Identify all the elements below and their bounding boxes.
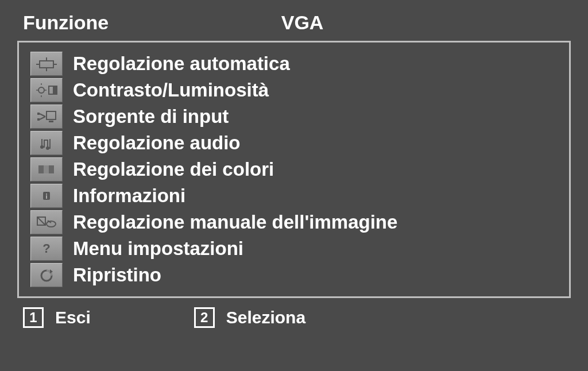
menu-item-label: Informazioni bbox=[73, 185, 185, 207]
footer-select-label: Seleziona bbox=[226, 308, 305, 327]
svg-point-18 bbox=[40, 145, 44, 149]
svg-rect-25 bbox=[46, 195, 47, 199]
svg-line-14 bbox=[40, 114, 45, 117]
footer-exit[interactable]: 1 Esci bbox=[23, 307, 91, 328]
menu-item-input-source[interactable]: Sorgente di input bbox=[30, 105, 558, 129]
setup-menu-icon: ? bbox=[30, 237, 63, 261]
menu-item-label: Contrasto/Luminosità bbox=[73, 79, 269, 101]
menu-item-label: Ripristino bbox=[73, 264, 161, 286]
osd-footer: 1 Esci 2 Seleziona bbox=[0, 298, 588, 328]
key-2-icon: 2 bbox=[194, 307, 215, 328]
menu-item-label: Menu impostazioni bbox=[73, 238, 243, 260]
audio-adjust-icon bbox=[30, 131, 63, 155]
footer-select[interactable]: 2 Seleziona bbox=[194, 307, 305, 328]
input-mode: VGA bbox=[109, 11, 565, 34]
color-adjust-icon bbox=[30, 157, 63, 181]
svg-rect-21 bbox=[44, 165, 49, 173]
osd-menu: Funzione VGA Regolazione automatica bbox=[0, 0, 588, 371]
menu-item-label: Sorgente di input bbox=[73, 106, 229, 127]
memory-recall-icon bbox=[30, 263, 63, 287]
menu-item-setup-menu[interactable]: ? Menu impostazioni bbox=[30, 237, 558, 261]
svg-rect-20 bbox=[38, 165, 44, 173]
svg-text:?: ? bbox=[42, 241, 50, 256]
svg-rect-16 bbox=[47, 111, 56, 119]
menu-item-color-adjust[interactable]: Regolazione dei colori bbox=[30, 157, 558, 181]
menu-item-auto-adjust[interactable]: Regolazione automatica bbox=[30, 52, 558, 76]
svg-point-19 bbox=[46, 146, 49, 150]
menu-item-information[interactable]: Informazioni bbox=[30, 184, 558, 208]
footer-exit-label: Esci bbox=[55, 308, 91, 327]
information-icon bbox=[30, 184, 63, 208]
manual-image-adjust-icon bbox=[30, 210, 63, 234]
menu-item-contrast-brightness[interactable]: Contrasto/Luminosità bbox=[30, 78, 558, 102]
osd-header: Funzione VGA bbox=[0, 6, 588, 41]
auto-adjust-icon bbox=[30, 52, 63, 76]
menu-item-label: Regolazione manuale dell'immagine bbox=[73, 211, 397, 233]
menu-item-manual-image-adjust[interactable]: Regolazione manuale dell'immagine bbox=[30, 210, 558, 234]
svg-point-27 bbox=[47, 221, 56, 227]
contrast-brightness-icon bbox=[30, 78, 63, 102]
menu-item-label: Regolazione audio bbox=[73, 132, 241, 154]
menu-item-label: Regolazione dei colori bbox=[73, 159, 274, 180]
menu-title: Funzione bbox=[23, 11, 109, 34]
input-source-icon bbox=[30, 105, 63, 129]
svg-point-5 bbox=[38, 87, 44, 93]
svg-rect-0 bbox=[40, 61, 53, 68]
svg-rect-12 bbox=[37, 113, 40, 115]
svg-rect-17 bbox=[49, 121, 53, 122]
svg-rect-24 bbox=[46, 194, 47, 195]
menu-item-memory-recall[interactable]: Ripristino bbox=[30, 263, 558, 287]
svg-rect-22 bbox=[49, 165, 54, 173]
svg-rect-11 bbox=[53, 86, 57, 94]
svg-line-15 bbox=[40, 117, 45, 119]
menu-item-label: Regolazione automatica bbox=[73, 53, 290, 75]
menu-list: Regolazione automatica Contrasto/Luminos… bbox=[17, 41, 571, 298]
menu-item-audio-adjust[interactable]: Regolazione audio bbox=[30, 131, 558, 155]
svg-rect-13 bbox=[37, 118, 40, 121]
key-1-icon: 1 bbox=[23, 307, 44, 328]
